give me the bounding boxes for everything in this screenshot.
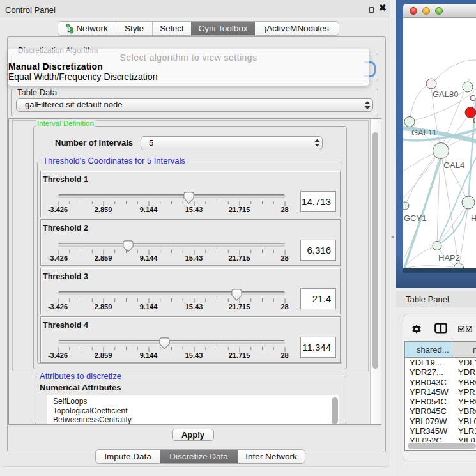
svg-text:G: G (470, 93, 476, 103)
svg-text:GAL4: GAL4 (443, 160, 464, 170)
svg-text:HAP2: HAP2 (438, 253, 460, 263)
svg-text:GAL80: GAL80 (433, 89, 458, 99)
svg-text:H: H (471, 213, 476, 223)
svg-text:GCY1: GCY1 (404, 213, 426, 223)
svg-text:C: C (473, 116, 476, 125)
svg-text:GAL11: GAL11 (411, 128, 437, 137)
